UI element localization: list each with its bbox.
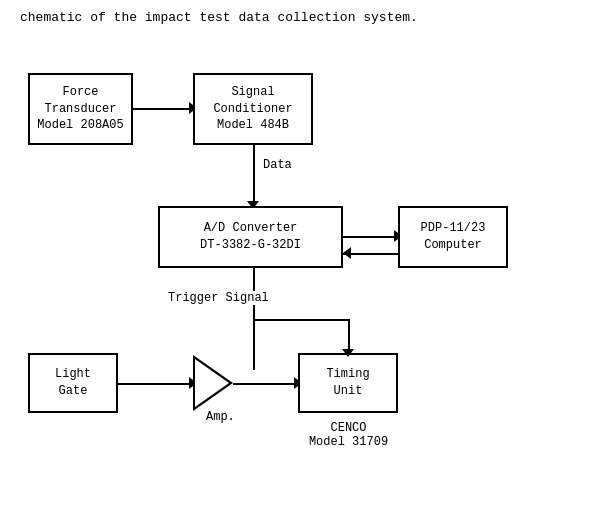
- data-label: Data: [263, 158, 292, 172]
- amp-triangle-inner: [195, 359, 229, 407]
- amp-label: Amp.: [206, 410, 235, 424]
- signal-conditioner-box: SignalConditionerModel 484B: [193, 73, 313, 145]
- trigger-signal-label: Trigger Signal: [168, 291, 269, 305]
- cenco-label: CENCOModel 31709: [276, 421, 421, 449]
- arrow-trigger-v2: [253, 318, 255, 370]
- arrow-pdp-ad-h: [343, 253, 398, 255]
- arrow-trigger-to-timing-h: [253, 319, 348, 321]
- arrow-lg-amp-h: [118, 383, 193, 385]
- arrow-trigger-to-timing-v: [348, 319, 350, 353]
- arrow-ft-sc: [133, 108, 193, 110]
- force-transducer-box: ForceTransducerModel 208A05: [28, 73, 133, 145]
- arrow-amp-timing-h: [233, 383, 298, 385]
- pdp-computer-box: PDP-11/23Computer: [398, 206, 508, 268]
- amp-triangle-outer: [193, 355, 233, 411]
- light-gate-box: LightGate: [28, 353, 118, 413]
- arrow-sc-ad-v: [253, 145, 255, 205]
- header-text: chematic of the impact test data collect…: [20, 10, 596, 25]
- arrowhead-pdp-ad: [343, 247, 351, 259]
- ad-converter-box: A/D ConverterDT-3382-G-32DI: [158, 206, 343, 268]
- arrowhead-trigger-timing: [342, 349, 354, 357]
- timing-unit-box: TimingUnit: [298, 353, 398, 413]
- diagram: ForceTransducerModel 208A05 SignalCondit…: [28, 43, 588, 473]
- arrow-ad-pdp-h: [343, 236, 398, 238]
